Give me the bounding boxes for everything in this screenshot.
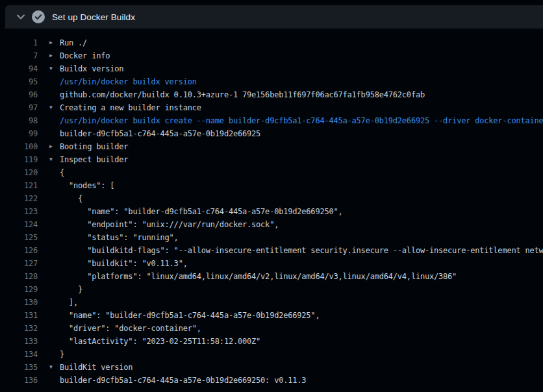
log-line: 132 "driver": "docker-container", xyxy=(5,322,543,335)
log-line-text: "name": "builder-d9cfb5a1-c764-445a-a57e… xyxy=(60,205,543,218)
log-line: 136 builder-d9cfb5a1-c764-445a-a57e-0b19… xyxy=(5,374,543,387)
log-line-text: } xyxy=(60,283,543,296)
log-line-text: builder-d9cfb5a1-c764-445a-a57e-0b19d2e6… xyxy=(60,374,543,387)
log-line: 124 "endpoint": "unix:///var/run/docker.… xyxy=(5,218,543,231)
log-line[interactable]: 97 ▼ Creating a new builder instance xyxy=(5,101,543,114)
line-number-link[interactable]: 136 xyxy=(5,374,38,387)
disclosure-triangle-icon xyxy=(49,231,60,244)
line-number-link[interactable]: 119 xyxy=(5,153,38,166)
disclosure-triangle-icon xyxy=(49,179,60,192)
log-line: 122 { xyxy=(5,192,543,205)
log-line-text: /usr/bin/docker buildx version xyxy=(60,75,543,88)
log-line-text: "platforms": "linux/amd64,linux/amd64/v2… xyxy=(60,270,543,283)
line-number-link[interactable]: 133 xyxy=(5,335,38,348)
log-line-text: ], xyxy=(60,296,543,309)
log-line-text: "nodes": [ xyxy=(60,179,543,192)
line-number-link[interactable]: 121 xyxy=(5,179,38,192)
line-number-link[interactable]: 127 xyxy=(5,257,38,270)
line-number-link[interactable]: 120 xyxy=(5,166,38,179)
log-line: 131 "name": "builder-d9cfb5a1-c764-445a-… xyxy=(5,309,543,322)
log-line: 129 } xyxy=(5,283,543,296)
line-number-link[interactable]: 130 xyxy=(5,296,38,309)
disclosure-triangle-icon xyxy=(49,374,60,387)
line-number-link[interactable]: 98 xyxy=(5,114,38,127)
line-number-link[interactable]: 128 xyxy=(5,270,38,283)
line-number-link[interactable]: 135 xyxy=(5,361,38,374)
line-number-link[interactable]: 1 xyxy=(5,36,38,49)
line-number-link[interactable]: 129 xyxy=(5,283,38,296)
line-number-link[interactable]: 96 xyxy=(5,88,38,101)
log-line-text: "buildkitd-flags": "--allow-insecure-ent… xyxy=(60,244,543,257)
log-line: 120 { xyxy=(5,166,543,179)
log-line: 127 "buildkit": "v0.11.3", xyxy=(5,257,543,270)
disclosure-triangle-icon[interactable]: ▼ xyxy=(49,361,60,374)
line-number-link[interactable]: 7 xyxy=(5,49,38,62)
log-line: 130 ], xyxy=(5,296,543,309)
log-line: 128 "platforms": "linux/amd64,linux/amd6… xyxy=(5,270,543,283)
line-number-link[interactable]: 123 xyxy=(5,205,38,218)
log-line-text: "driver": "docker-container", xyxy=(60,322,543,335)
disclosure-triangle-icon xyxy=(49,244,60,257)
log-line-text[interactable]: Inspect builder xyxy=(60,153,543,166)
log-line: 134 } xyxy=(5,348,543,361)
line-number-link[interactable]: 100 xyxy=(5,140,38,153)
log-line: 95 /usr/bin/docker buildx version xyxy=(5,75,543,88)
log-line: 96 github.com/docker/buildx 0.10.3+azure… xyxy=(5,88,543,101)
disclosure-triangle-icon[interactable]: ▶ xyxy=(49,140,60,153)
disclosure-triangle-icon xyxy=(49,192,60,205)
log-line: 126 "buildkitd-flags": "--allow-insecure… xyxy=(5,244,543,257)
log-line: 98 /usr/bin/docker buildx create --name … xyxy=(5,114,543,127)
line-number-link[interactable]: 97 xyxy=(5,101,38,114)
line-number-link[interactable]: 132 xyxy=(5,322,38,335)
disclosure-triangle-icon xyxy=(49,127,60,140)
log-line-text[interactable]: Booting builder xyxy=(60,140,543,153)
chevron-down-icon[interactable] xyxy=(17,13,25,21)
line-number-link[interactable]: 122 xyxy=(5,192,38,205)
log-body: 1 ▶ Run ./ 7 ▶ Docker info 94 ▼ Buildx v… xyxy=(5,29,543,387)
step-title: Set up Docker Buildx xyxy=(52,12,135,22)
disclosure-triangle-icon xyxy=(49,309,60,322)
log-line-text: /usr/bin/docker buildx create --name bui… xyxy=(60,114,543,127)
disclosure-triangle-icon[interactable]: ▼ xyxy=(49,62,60,75)
step-log-card: Set up Docker Buildx 1 ▶ Run ./ 7 ▶ Dock… xyxy=(5,5,543,387)
step-header[interactable]: Set up Docker Buildx xyxy=(5,5,543,29)
disclosure-triangle-icon xyxy=(49,205,60,218)
log-line-text: "name": "builder-d9cfb5a1-c764-445a-a57e… xyxy=(60,309,543,322)
line-number-link[interactable]: 134 xyxy=(5,348,38,361)
disclosure-triangle-icon[interactable]: ▼ xyxy=(49,153,60,166)
log-line[interactable]: 119 ▼ Inspect builder xyxy=(5,153,543,166)
disclosure-triangle-icon[interactable]: ▼ xyxy=(49,101,60,114)
line-number-link[interactable]: 99 xyxy=(5,127,38,140)
log-line[interactable]: 100 ▶ Booting builder xyxy=(5,140,543,153)
log-line-text[interactable]: Buildx version xyxy=(60,62,543,75)
line-number-link[interactable]: 126 xyxy=(5,244,38,257)
disclosure-triangle-icon xyxy=(49,166,60,179)
log-line[interactable]: 1 ▶ Run ./ xyxy=(5,36,543,49)
log-line[interactable]: 135 ▼ BuildKit version xyxy=(5,361,543,374)
disclosure-triangle-icon xyxy=(49,335,60,348)
line-number-link[interactable]: 124 xyxy=(5,218,38,231)
log-line-text[interactable]: Creating a new builder instance xyxy=(60,101,543,114)
disclosure-triangle-icon xyxy=(49,218,60,231)
log-line-text: { xyxy=(60,192,543,205)
line-number-link[interactable]: 94 xyxy=(5,62,38,75)
disclosure-triangle-icon xyxy=(49,270,60,283)
log-line-text[interactable]: Docker info xyxy=(60,49,543,62)
log-line-text[interactable]: Run ./ xyxy=(60,36,543,49)
log-line[interactable]: 7 ▶ Docker info xyxy=(5,49,543,62)
log-line-text: "endpoint": "unix:///var/run/docker.sock… xyxy=(60,218,543,231)
log-line-text: github.com/docker/buildx 0.10.3+azure-1 … xyxy=(60,88,543,101)
log-line[interactable]: 94 ▼ Buildx version xyxy=(5,62,543,75)
disclosure-triangle-icon xyxy=(49,322,60,335)
line-number-link[interactable]: 131 xyxy=(5,309,38,322)
disclosure-triangle-icon xyxy=(49,348,60,361)
log-line-text: "lastActivity": "2023-02-25T11:58:12.000… xyxy=(60,335,543,348)
line-number-link[interactable]: 95 xyxy=(5,75,38,88)
disclosure-triangle-icon[interactable]: ▶ xyxy=(49,49,60,62)
line-number-link[interactable]: 125 xyxy=(5,231,38,244)
log-line: 133 "lastActivity": "2023-02-25T11:58:12… xyxy=(5,335,543,348)
disclosure-triangle-icon[interactable]: ▶ xyxy=(49,36,60,49)
log-line-text: { xyxy=(60,166,543,179)
log-line-text[interactable]: BuildKit version xyxy=(60,361,543,374)
log-line: 99 builder-d9cfb5a1-c764-445a-a57e-0b19d… xyxy=(5,127,543,140)
